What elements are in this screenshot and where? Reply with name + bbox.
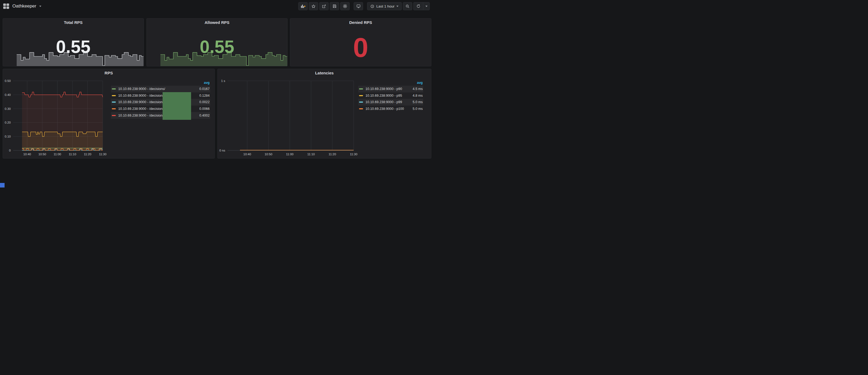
zoom-out-icon [405,4,410,9]
star-button[interactable] [309,2,318,10]
add-panel-button[interactable] [298,2,308,10]
series-avg-value: 5.0 ms [412,100,423,104]
y-axis-tick-label: 1 s [221,79,225,83]
panel-title[interactable]: Denied RPS [290,20,431,25]
stat-value: 0.55 [3,38,144,56]
legend-row[interactable]: 10.10.69.238:9000 - p1005.0 ms [358,105,423,112]
series-name[interactable]: 10.10.69.238:9000 - p100 [366,107,410,111]
series-color-swatch[interactable] [359,101,363,103]
add-panel-icon [301,4,306,9]
x-axis-tick-label: 10:50 [38,153,46,156]
share-button[interactable] [319,2,329,10]
y-axis-tick-label: 0 ns [219,149,225,152]
y-axis-tick-label: 0 [9,149,11,152]
panel-title[interactable]: Allowed RPS [147,20,287,25]
panel-title[interactable]: Latencies [218,71,431,75]
series-avg-value: 4.8 ms [412,94,423,97]
save-icon [333,4,337,8]
x-axis-tick-label: 10:40 [244,153,251,156]
legend-row[interactable]: 10.10.69.238:9000 - p954.8 ms [358,92,423,99]
star-icon [311,4,316,9]
panel-latencies-chart: Latencies 10:4010:5011:0011:1011:2011:30… [217,69,431,158]
gear-icon [343,4,347,9]
navbar: Oathkeeper [0,0,434,12]
refresh-button[interactable] [413,2,430,10]
share-icon [322,4,326,9]
y-axis-tick-label: 0.30 [5,107,11,111]
series-name[interactable]: 10.10.69.238:9000 - p99 [366,100,410,104]
time-range-picker[interactable]: Last 1 hour [367,2,402,10]
series-avg-value: 0.0066 [199,107,210,111]
title-caret-icon[interactable] [39,6,41,7]
legend-row[interactable]: 10.10.69.238:9000 - /decisions/0.0022 [111,99,210,105]
series-color-swatch[interactable] [112,95,116,96]
zoom-out-button[interactable] [403,2,412,10]
x-axis-tick-label: 11:30 [99,153,106,156]
x-axis-tick-label: 11:20 [84,153,91,156]
x-axis-tick-label: 11:10 [307,153,315,156]
legend-row[interactable]: 10.10.69.238:9000 - /decisions/0.4002 [111,112,210,119]
series-avg-value: 0.0022 [199,100,210,104]
dashboard-title[interactable]: Oathkeeper [12,3,36,9]
x-axis-tick-label: 11:00 [286,153,293,156]
series-color-swatch[interactable] [112,88,116,89]
save-button[interactable] [330,2,339,10]
x-axis-tick-label: 10:40 [23,153,31,156]
series-name[interactable]: 10.10.69.238:9000 - /decisions/ [118,87,197,91]
x-axis-tick-label: 11:10 [69,153,76,156]
rps-legend: avg10.10.69.238:9000 - /decisions/0.0167… [111,81,210,119]
panel-rps-chart: RPS 10:4010:5011:0011:1011:2011:300.500.… [3,69,215,158]
stat-value: 0 [290,34,431,61]
panel-denied-rps: Denied RPS 0 [290,18,431,66]
legend-row[interactable]: 10.10.69.238:9000 - /decisions/0.0066 [111,105,210,112]
panel-title[interactable]: RPS [3,71,214,75]
x-axis-tick-label: 10:50 [265,153,273,156]
series-color-swatch[interactable] [359,88,363,89]
legend-avg-header[interactable]: avg [111,81,210,86]
grafana-dashboard: Oathkeeper [0,0,434,187]
y-axis-tick-label: 0.20 [5,121,11,124]
monitor-icon [356,4,361,9]
time-range-label: Last 1 hour [376,4,395,8]
x-axis-tick-label: 11:30 [350,153,358,156]
clock-icon [370,4,374,8]
panel-title[interactable]: Total RPS [3,20,144,25]
series-color-swatch[interactable] [359,108,363,109]
series-avg-value: 0.1284 [199,94,210,97]
legend-row[interactable]: 10.10.69.238:9000 - p995.0 ms [358,99,423,105]
bottom-left-blue-square [0,183,5,187]
y-axis-tick-label: 0.10 [5,135,11,138]
settings-button[interactable] [340,2,350,10]
refresh-caret-icon [425,6,428,7]
panel-total-rps: Total RPS 0.55 [3,18,144,66]
panel-allowed-rps: Allowed RPS 0.55 [147,18,287,66]
legend-row[interactable]: 10.10.69.238:9000 - /decisions/0.1284 [111,92,210,99]
refresh-icon [416,4,421,8]
series-name[interactable]: 10.10.69.238:9000 - p90 [366,87,410,91]
dashboard-grid-icon[interactable] [3,3,9,9]
series-color-swatch[interactable] [112,101,116,103]
y-axis-tick-label: 0.40 [5,93,11,96]
series-color-swatch[interactable] [112,115,116,116]
x-axis-tick-label: 11:00 [54,153,61,156]
series-avg-value: 5.0 ms [412,107,423,111]
series-avg-value: 0.4002 [199,114,210,117]
legend-avg-header[interactable]: avg [358,81,423,86]
cycle-view-mode-button[interactable] [354,2,363,10]
series-avg-value: 4.5 ms [412,87,423,91]
legend-row[interactable]: 10.10.69.238:9000 - p904.5 ms [358,86,423,92]
series-name[interactable]: 10.10.69.238:9000 - p95 [366,94,410,97]
x-axis-tick-label: 11:20 [329,153,336,156]
latencies-legend: avg10.10.69.238:9000 - p904.5 ms10.10.69… [358,81,423,112]
time-range-caret-icon [396,6,399,7]
legend-row[interactable]: 10.10.69.238:9000 - /decisions/0.0167 [111,86,210,92]
series-avg-value: 0.0167 [199,87,210,91]
legend-redaction-box [163,92,191,120]
series-color-swatch[interactable] [359,95,363,96]
series-color-swatch[interactable] [112,108,116,109]
refresh-interval-dropdown[interactable] [423,2,429,10]
y-axis-tick-label: 0.50 [5,79,11,83]
stat-value: 0.55 [147,38,287,56]
